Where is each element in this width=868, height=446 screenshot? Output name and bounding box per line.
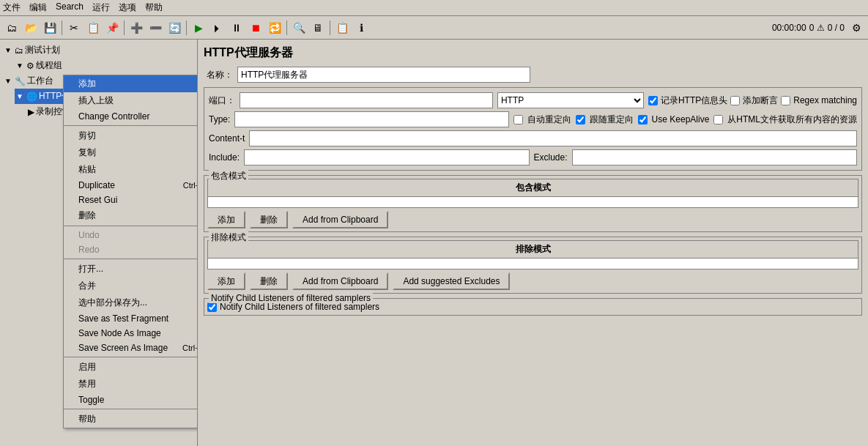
record-http-header-checkbox[interactable] [648, 96, 658, 105]
retrieve-resources-checkbox[interactable] [713, 115, 723, 124]
menu-edit[interactable]: 编辑 [29, 1, 47, 14]
cut-button[interactable]: ✂ [65, 19, 83, 37]
new-button[interactable]: 🗂 [3, 19, 21, 37]
menu-options[interactable]: 选项 [119, 1, 136, 14]
save-button[interactable]: 💾 [41, 19, 59, 37]
paste-button[interactable]: 📌 [103, 19, 121, 37]
ctx-add[interactable]: 添加 ▶ [64, 75, 198, 92]
follow-redirect-checkbox[interactable] [576, 115, 585, 124]
follow-redirect-label: 跟随重定向 [590, 114, 634, 126]
ctx-save-fragment[interactable]: Save as Test Fragment [64, 311, 198, 326]
collapse-button[interactable]: ➖ [146, 19, 164, 37]
ctx-open[interactable]: 打开... [64, 261, 198, 278]
name-label: 名称： [204, 69, 233, 81]
ctx-redo-label: Redo [78, 245, 100, 255]
pause-button[interactable]: ⏸ [228, 19, 245, 37]
use-keepalive-checkbox[interactable] [638, 115, 648, 124]
remote-button[interactable]: 🖥 [309, 19, 327, 37]
exclude-input[interactable] [572, 149, 857, 166]
ctx-reset-label: Reset Gui [78, 195, 117, 205]
ctx-insert-parent[interactable]: 插入上级 ▶ [64, 92, 198, 109]
panel-title: HTTP代理服务器 [204, 45, 862, 61]
ctx-cut[interactable]: 剪切 Ctrl-X [64, 127, 198, 144]
info-button[interactable]: ℹ [352, 19, 370, 37]
ctx-save-partial-label: 选中部分保存为... [78, 297, 147, 309]
notify-checkbox[interactable] [207, 302, 217, 312]
ctx-enable-label: 启用 [78, 361, 96, 373]
include-add-button[interactable]: 添加 [207, 211, 245, 228]
include-input[interactable] [244, 149, 529, 166]
toolbar-sep5 [330, 21, 330, 35]
ctx-add-label: 添加 [78, 78, 96, 90]
include-table-header: 包含模式 [208, 179, 858, 197]
ctx-reset-gui[interactable]: Reset Gui [64, 193, 198, 207]
ctx-delete[interactable]: 删除 Delete [64, 207, 198, 224]
tree-label-thread: 线程组 [36, 59, 62, 72]
ctx-duplicate[interactable]: Duplicate Ctrl+Shift-C [64, 178, 198, 193]
copy-button[interactable]: 📋 [84, 19, 102, 37]
clear-button[interactable]: 🔁 [266, 19, 283, 37]
ctx-copy-label: 复制 [78, 146, 96, 159]
include-clipboard-button[interactable]: Add from Clipboard [292, 211, 388, 228]
regex-matching-label: Regex matching [793, 95, 857, 105]
start-button[interactable]: ▶ [190, 19, 207, 37]
content-input[interactable] [249, 130, 857, 146]
start-no-pause-button[interactable]: ⏵ [209, 19, 226, 37]
menubar: 文件 编辑 Search 运行 选项 帮助 [0, 0, 868, 16]
ctx-save-node-image[interactable]: Save Node As Image Ctrl-G [64, 326, 198, 341]
port-input[interactable] [240, 92, 493, 108]
tree-item-thread-group[interactable]: ▼ ⚙ 线程组 [15, 58, 194, 73]
menu-file[interactable]: 文件 [3, 1, 21, 14]
ctx-toggle[interactable]: Toggle Ctrl-T [64, 393, 198, 407]
notify-group-label: Notify Child Listeners of filtered sampl… [209, 293, 373, 303]
ctx-change-controller[interactable]: Change Controller ▶ [64, 109, 198, 124]
scheme-select[interactable]: HTTP [497, 92, 644, 108]
exclude-btn-row: 添加 删除 Add from Clipboard Add suggested E… [207, 272, 858, 290]
tree-expand-workbench: ▼ [4, 77, 12, 85]
exclude-add-button[interactable]: 添加 [207, 272, 245, 290]
ctx-save-screen-image[interactable]: Save Screen As Image Ctrl+Shift-G [64, 341, 198, 355]
exclude-clipboard-button[interactable]: Add from Clipboard [292, 272, 388, 290]
exclude-table: 排除模式 [207, 240, 858, 270]
ctx-save-partial[interactable]: 选中部分保存为... [64, 294, 198, 311]
include-delete-button[interactable]: 删除 [250, 211, 288, 228]
retrieve-resources-label: 从HTML文件获取所有内容的资源 [727, 114, 857, 126]
menu-help[interactable]: 帮助 [145, 1, 163, 14]
type-label: Type: [209, 114, 230, 124]
settings-button[interactable]: ⚙ [847, 19, 865, 37]
exclude-suggested-button[interactable]: Add suggested Excludes [393, 272, 510, 290]
ctx-paste[interactable]: 粘贴 Ctrl-V [64, 161, 198, 178]
menu-search[interactable]: Search [56, 1, 84, 14]
open-button[interactable]: 📂 [22, 19, 40, 37]
ctx-help[interactable]: 帮助 [64, 411, 198, 428]
search-tool-button[interactable]: 🔍 [290, 19, 308, 37]
name-row: 名称： [204, 67, 862, 83]
ctx-copy[interactable]: 复制 Ctrl-C [64, 144, 198, 161]
tree-item-test-plan[interactable]: ▼ 🗂 测试计划 [3, 42, 194, 58]
include-table: 包含模式 [207, 179, 858, 208]
ctx-cut-label: 剪切 [78, 130, 96, 142]
type-input[interactable] [234, 111, 508, 127]
toolbar-sep1 [62, 21, 62, 35]
exclude-delete-button[interactable]: 删除 [250, 272, 288, 290]
ctx-change-label: Change Controller [78, 111, 149, 122]
auto-redirect-checkbox[interactable] [513, 115, 523, 124]
ctx-disable[interactable]: 禁用 [64, 376, 198, 393]
regex-matching-checkbox[interactable] [781, 96, 790, 105]
expand-button[interactable]: ➕ [127, 19, 145, 37]
toolbar-sep3 [186, 21, 187, 35]
name-input[interactable] [237, 67, 530, 83]
notify-group: Notify Child Listeners of filtered sampl… [204, 298, 862, 316]
ctx-merge[interactable]: 合并 [64, 278, 198, 294]
ctx-enable[interactable]: 启用 [64, 359, 198, 376]
port-row: 端口： HTTP 记录HTTP信息头 添加断言 Regex matching [209, 92, 857, 108]
log-button[interactable]: 📋 [333, 19, 351, 37]
menu-run[interactable]: 运行 [92, 1, 110, 14]
ctx-open-label: 打开... [78, 263, 103, 275]
tree-expand-thread: ▼ [16, 62, 23, 70]
ctx-duplicate-shortcut: Ctrl+Shift-C [183, 181, 198, 190]
add-comments-checkbox[interactable] [730, 96, 740, 105]
refresh-button[interactable]: 🔄 [166, 19, 183, 37]
right-panel: HTTP代理服务器 名称： 端口： HTTP 记录HTTP信息头 添加断言 Re… [198, 40, 868, 446]
stop-button[interactable]: ⏹ [247, 19, 264, 37]
